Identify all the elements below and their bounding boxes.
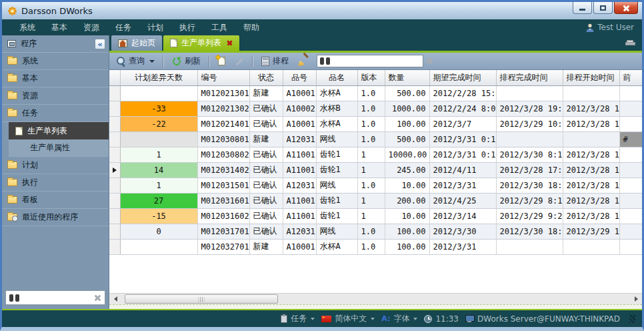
clear-search-icon[interactable] <box>426 57 433 65</box>
sidebar-item[interactable]: 生产单列表 <box>9 122 109 139</box>
resize-grip[interactable] <box>629 315 635 323</box>
tab-start-page[interactable]: 起始页 <box>111 35 162 51</box>
sidebar-item[interactable]: 执行 <box>2 174 109 192</box>
cell-version: 1.0 <box>357 101 385 116</box>
table-row[interactable]: M012021301 新建 A10001 水杯A 1.0 500.00 2012… <box>109 85 642 101</box>
sidebar-item[interactable]: 最近使用的程序 <box>2 209 109 226</box>
column-header[interactable]: 版本 <box>357 70 385 85</box>
task-dropdown[interactable]: 任务 <box>281 313 315 324</box>
row-selector-cell[interactable] <box>109 116 120 131</box>
menu-item[interactable]: 帮助 <box>235 22 267 33</box>
table-row[interactable]: 27 M012031601 已确认 A11001 齿轮1 1 200.00 20… <box>109 193 642 208</box>
row-selector-cell[interactable] <box>109 178 120 193</box>
cell-schedule-finish: 2012/3/28 17:13 <box>496 162 563 178</box>
sidebar-item[interactable]: 系统 <box>2 53 109 70</box>
sidebar-item[interactable]: 看板 <box>2 192 109 209</box>
clean-button[interactable] <box>295 55 311 67</box>
sidebar-item[interactable]: 任务 <box>2 105 109 122</box>
column-header[interactable]: 排程开始时间 <box>563 70 619 85</box>
tab-close-icon[interactable] <box>227 40 233 46</box>
cell-plan-diff-days: 27 <box>120 193 197 208</box>
table-row[interactable]: -15 M012031602 已确认 A11001 齿轮1 1 10.00 20… <box>109 208 642 224</box>
tab-label: 生产单列表 <box>181 37 221 49</box>
tab-label: 起始页 <box>131 37 155 49</box>
tab-production-order-list[interactable]: 生产单列表 <box>163 35 239 51</box>
column-header[interactable]: 计划差异天数 <box>120 70 197 85</box>
sidebar-item[interactable]: 资源 <box>2 87 109 105</box>
table-row[interactable]: 0 M012031701 已确认 A12031 网线 1.0 100.00 20… <box>109 224 642 239</box>
cell-version: 1.0 <box>357 224 385 239</box>
sidebar-item[interactable]: 生产单属性 <box>9 139 109 157</box>
clear-search-icon[interactable] <box>94 294 101 302</box>
row-selector-cell[interactable] <box>109 131 120 147</box>
sidebar-item[interactable]: 基本 <box>2 70 109 87</box>
horizontal-scrollbar[interactable] <box>109 293 642 304</box>
row-selector-cell[interactable] <box>109 224 120 239</box>
menu-item[interactable]: 任务 <box>107 22 139 33</box>
font-dropdown[interactable]: A: 字体 <box>381 313 417 324</box>
cell-quantity: 245.00 <box>385 162 429 178</box>
table-row[interactable]: -33 M012021302 已确认 A10002 水杯B 1.0 1000.0… <box>109 101 642 116</box>
edit-button[interactable] <box>232 55 247 67</box>
cell-item-name: 齿轮1 <box>316 193 357 208</box>
cell-item-no: A10001 <box>283 116 316 131</box>
query-label: 查询 <box>129 55 145 67</box>
cell-order-no: M012031501 <box>197 178 249 193</box>
column-header[interactable]: 排程完成时间 <box>496 70 563 85</box>
cell-schedule-start: 2012/3/28 17:13 <box>563 147 619 162</box>
toolbar-separator <box>209 55 210 67</box>
row-selector-cell[interactable] <box>109 239 120 254</box>
folder-icon <box>7 92 17 99</box>
star-icon <box>215 55 221 60</box>
menu-item[interactable]: 计划 <box>139 22 171 33</box>
row-selector-cell[interactable] <box>109 147 120 162</box>
table-row[interactable]: 14 M012031402 已确认 A11001 齿轮1 1 245.00 20… <box>109 162 642 178</box>
menu-item[interactable]: 执行 <box>171 22 203 33</box>
menu-item[interactable]: 资源 <box>75 22 107 33</box>
sidebar-search-input[interactable] <box>23 293 91 302</box>
column-header[interactable]: 品名 <box>316 70 357 85</box>
pin-icon[interactable] <box>625 40 634 45</box>
column-header[interactable]: 期望完成时间 <box>429 70 496 85</box>
row-selector-cell[interactable] <box>109 208 120 224</box>
menu-item[interactable]: 工具 <box>203 22 235 33</box>
row-selector-cell[interactable] <box>109 193 120 208</box>
scroll-left-button[interactable] <box>110 294 121 304</box>
table-row[interactable]: M012032701 新建 A10001 水杯A 1.0 100.00 2012… <box>109 239 642 254</box>
cell-version: 1.0 <box>357 131 385 147</box>
server-status: DWorks Server@FUNWAY-THINKPAD <box>465 314 620 324</box>
schedule-button[interactable]: 排程 <box>259 54 291 68</box>
refresh-icon <box>172 57 181 66</box>
refresh-button[interactable]: 刷新 <box>169 54 203 68</box>
scrollbar-thumb[interactable] <box>125 294 278 304</box>
cell-schedule-finish: 2012/3/30 18:00 <box>496 178 563 193</box>
sidebar-collapse-button[interactable]: « <box>95 39 105 49</box>
minimize-button[interactable] <box>573 2 592 14</box>
table-row[interactable]: M012030801 新建 A12031 网线 1.0 500.00 2012/… <box>109 131 642 147</box>
menu-item[interactable]: 基本 <box>43 22 75 33</box>
toolbar-search-input[interactable] <box>333 57 420 66</box>
column-header[interactable]: 品号 <box>283 70 316 85</box>
row-selector-cell[interactable] <box>109 162 120 178</box>
scroll-right-button[interactable] <box>631 294 641 304</box>
table-row[interactable]: -22 M012021401 已确认 A10001 水杯A 1.0 100.00… <box>109 116 642 131</box>
column-header[interactable]: 前 <box>619 70 642 85</box>
column-header[interactable]: 数量 <box>385 70 429 85</box>
cell-item-no: A10002 <box>283 101 316 116</box>
query-button[interactable]: 查询 <box>114 54 157 68</box>
new-button[interactable] <box>215 55 228 67</box>
restore-button[interactable] <box>593 2 613 14</box>
menu-item[interactable]: 系统 <box>11 22 43 33</box>
row-selector-cell[interactable] <box>109 85 120 101</box>
toolbar-search-box <box>317 55 423 67</box>
row-selector-cell[interactable] <box>109 101 120 116</box>
column-header[interactable]: 状态 <box>249 70 283 85</box>
table-row[interactable]: 1 M012031501 已确认 A12031 网线 1.0 10.00 201… <box>109 178 642 193</box>
column-header[interactable]: 编号 <box>197 70 249 85</box>
close-button[interactable] <box>614 2 638 14</box>
language-dropdown[interactable]: 简体中文 <box>321 313 375 324</box>
cell-quantity: 100.00 <box>385 116 429 131</box>
table-row[interactable]: 1 M012030802 已确认 A11001 齿轮1 1 10000.00 2… <box>109 147 642 162</box>
sidebar-item[interactable]: 计划 <box>2 157 109 174</box>
user-chip[interactable]: Test User <box>586 23 634 32</box>
